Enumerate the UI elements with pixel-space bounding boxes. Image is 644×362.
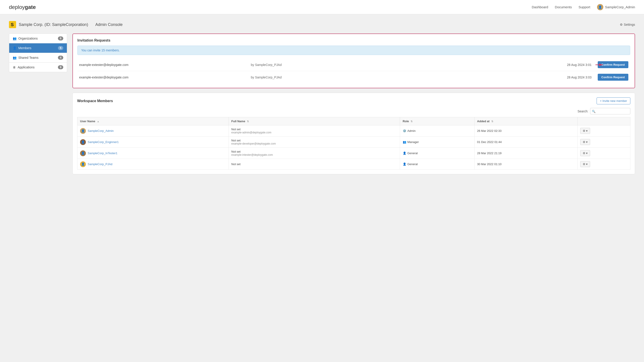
role-icon-3: 👤 — [403, 162, 406, 166]
nav-documents[interactable]: Documents — [555, 5, 572, 9]
cell-role-2: 👤 General — [400, 148, 474, 159]
sidebar-label-applications: Applications — [18, 65, 35, 69]
member-fullname-2: Not set — [232, 150, 240, 153]
member-fullname-1: Not set — [232, 139, 240, 142]
cell-role-0: ⚙️ Admin — [400, 125, 474, 137]
sidebar-item-left-members: 👤 Members — [13, 46, 31, 50]
cell-role-3: 👤 General — [400, 159, 474, 170]
svg-text:S: S — [11, 22, 14, 27]
arrow-indicator — [596, 62, 604, 67]
member-link-0[interactable]: SampleCorp_Admin — [88, 129, 114, 132]
col-actions — [577, 117, 630, 125]
invite-row-2: example-extester@deploygate.com by Sampl… — [77, 71, 630, 83]
row-gear-btn-0[interactable]: ⚙ ▾ — [580, 128, 590, 134]
gear-icon-3: ⚙ — [583, 162, 586, 166]
invite-email-2: example-extester@deploygate.com — [79, 75, 248, 79]
cell-fullname-3: Not set — [228, 159, 400, 170]
gear-icon: ⚙ — [620, 23, 623, 26]
workspace-title: Workspace Members — [77, 99, 113, 103]
table-row: 👤 SampleCorp_InTester1 Not set example-i… — [77, 148, 630, 159]
row-gear-btn-1[interactable]: ⚙ ▾ — [580, 139, 590, 145]
cell-actions-2: ⚙ ▾ — [577, 148, 630, 159]
org-name: Sample Corp. (ID: SampleCorporation) — [19, 22, 88, 27]
role-label-2: General — [408, 151, 418, 155]
dropdown-arrow-1: ▾ — [586, 140, 588, 144]
applications-icon: 🖥 — [13, 65, 16, 69]
sidebar-label-shared-teams: Shared Teams — [18, 56, 38, 59]
cell-role-1: 👥 Manager — [400, 137, 474, 148]
member-link-1[interactable]: SampleCorp_Enginner1 — [88, 140, 119, 144]
sidebar-item-left-applications: 🖥 Applications — [13, 65, 35, 69]
role-cell-3: 👤 General — [403, 162, 472, 166]
sidebar-item-left-shared-teams: 👥 Shared Teams — [13, 56, 38, 59]
settings-link[interactable]: ⚙ Settings — [620, 23, 635, 26]
role-label-3: General — [408, 162, 418, 166]
sidebar-item-shared-teams[interactable]: 👥 Shared Teams 4 — [9, 53, 67, 62]
col-username[interactable]: User Name ▲ — [77, 117, 229, 125]
cell-fullname-1: Not set example-developer@deploygate.com — [228, 137, 400, 148]
cell-username-2: 👤 SampleCorp_InTester1 — [77, 148, 229, 159]
shared-teams-badge: 4 — [58, 56, 63, 60]
member-name-cell-2: 👤 SampleCorp_InTester1 — [80, 150, 226, 156]
col-added-at-sort-icon: ⇅ — [491, 120, 493, 123]
member-avatar-2: 👤 — [80, 150, 86, 156]
table-row: 👤 SampleCorp_Enginner1 Not set example-d… — [77, 137, 630, 148]
logo[interactable]: deploygate — [9, 4, 36, 10]
nav-support[interactable]: Support — [578, 5, 590, 9]
cell-actions-3: ⚙ ▾ — [577, 159, 630, 170]
col-role[interactable]: Role ⇅ — [400, 117, 474, 125]
search-wrapper: 🔍 — [590, 108, 630, 114]
sidebar-label-organizations: Organizations — [18, 37, 38, 40]
role-label-1: Manager — [408, 140, 419, 144]
col-fullname[interactable]: Full Name ⇅ — [228, 117, 400, 125]
sidebar-item-applications[interactable]: 🖥 Applications 9 — [9, 62, 67, 72]
role-icon-1: 👥 — [403, 140, 406, 144]
member-email-0: example-admin@deploygate.com — [232, 131, 397, 134]
cell-added-at-3: 30 Mar 2022 01:10 — [474, 159, 577, 170]
cell-username-1: 👤 SampleCorp_Enginner1 — [77, 137, 229, 148]
invitation-title: Invitation Requests — [77, 38, 630, 42]
dropdown-arrow-3: ▾ — [586, 162, 588, 166]
cell-actions-1: ⚙ ▾ — [577, 137, 630, 148]
row-gear-btn-2[interactable]: ⚙ ▾ — [580, 150, 590, 156]
cell-fullname-0: Not set example-admin@deploygate.com — [228, 125, 400, 137]
sidebar-item-organizations[interactable]: 👥 Organizations 6 — [9, 33, 67, 43]
member-avatar-0: 👤 — [80, 128, 86, 134]
cell-username-3: 👤 SampleCorp_PJAd — [77, 159, 229, 170]
logo-gate-text: gate — [25, 4, 36, 10]
cell-username-0: 👤 SampleCorp_Admin — [77, 125, 229, 137]
dropdown-arrow-2: ▾ — [586, 151, 588, 155]
member-name-cell-3: 👤 SampleCorp_PJAd — [80, 161, 226, 167]
member-link-2[interactable]: SampleCorp_InTester1 — [88, 151, 118, 155]
cell-added-at-2: 28 Mar 2022 21:19 — [474, 148, 577, 159]
gear-icon-1: ⚙ — [583, 140, 586, 144]
invite-date-2: 28 Aug 2024 3:03 — [422, 75, 592, 79]
user-info[interactable]: 👤 SampleCorp_Admin — [597, 4, 635, 10]
member-link-3[interactable]: SampleCorp_PJAd — [88, 162, 112, 166]
role-cell-1: 👥 Manager — [403, 140, 472, 144]
organizations-icon: 👥 — [13, 37, 16, 40]
invite-quota-box: You can invite 15 members. — [77, 45, 630, 55]
member-avatar-3: 👤 — [80, 161, 86, 167]
sidebar-label-members: Members — [18, 46, 31, 50]
nav-dashboard[interactable]: Dashboard — [532, 5, 548, 9]
sidebar-item-members[interactable]: 👤 Members 5 — [9, 43, 67, 53]
role-icon-0: ⚙️ — [403, 129, 406, 132]
role-label-0: Admin — [408, 129, 416, 132]
cell-added-at-1: 01 Dec 2022 01:44 — [474, 137, 577, 148]
invite-new-member-button[interactable]: + Invite new member — [596, 97, 630, 104]
col-username-label: User Name — [80, 120, 95, 123]
organizations-badge: 6 — [58, 36, 63, 40]
member-avatar-1: 👤 — [80, 139, 86, 145]
col-added-at-label: Added at — [477, 120, 490, 123]
search-input[interactable] — [590, 108, 630, 114]
col-username-sort-icon: ▲ — [97, 120, 100, 123]
logo-deploy-text: deploy — [9, 4, 25, 10]
confirm-request-btn-2[interactable]: Confirm Request — [598, 74, 628, 81]
invite-by-2: by SampleCorp_PJAd — [251, 75, 420, 79]
col-added-at[interactable]: Added at ⇅ — [474, 117, 577, 125]
members-badge: 5 — [58, 46, 63, 50]
row-gear-btn-3[interactable]: ⚙ ▾ — [580, 161, 590, 167]
shared-teams-icon: 👥 — [13, 56, 16, 59]
member-name-cell-0: 👤 SampleCorp_Admin — [80, 128, 226, 134]
